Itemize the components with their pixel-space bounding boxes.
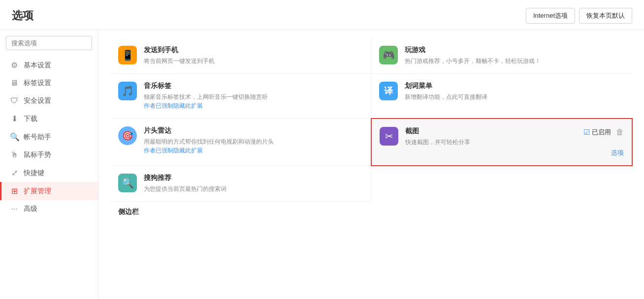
sidebar-item-mouse[interactable]: 🖱 鼠标手势: [0, 146, 98, 164]
page-title: 选项: [12, 8, 33, 23]
ext-name: 音乐标签: [144, 82, 363, 90]
extension-icon: ⊞: [10, 186, 19, 196]
screenshot-icon: ✂: [380, 127, 398, 146]
ext-info: 音乐标签 独家音乐标签技术，上网听音乐一键切换随意听 作者已强制隐藏此扩展: [144, 82, 363, 110]
sidebar-item-security[interactable]: 🛡 安全设置: [0, 92, 98, 110]
ext-item-controls: ☑ 已启用 🗑: [583, 128, 624, 137]
sidebar-item-account[interactable]: 🔍 帐号助手: [0, 128, 98, 146]
ext-desc: 用最聪明的方式帮你找到任何电视剧和动漫的片头 作者已强制隐藏此扩展: [144, 137, 363, 155]
shortcut-icon: ⤢: [10, 168, 19, 178]
hidden-link[interactable]: 作者已强制隐藏此扩展: [144, 102, 203, 109]
translate-icon: 译: [379, 82, 398, 100]
shield-icon: 🛡: [10, 96, 19, 105]
ext-item-play-game: 🎮 玩游戏 热门游戏推荐，小号多开，顺畅不卡，轻松玩游戏！: [371, 38, 632, 74]
ext-info: 发送到手机 将当前网页一键发送到手机: [144, 46, 363, 65]
enabled-label: 已启用: [592, 128, 611, 137]
sidebar-item-advanced[interactable]: ··· 高级: [0, 200, 98, 218]
mouse-icon: 🖱: [10, 150, 19, 159]
main-layout: ⚙ 基本设置 🖥 标签设置 🛡 安全设置 ⬇ 下载 🔍 帐号助手 🖱 鼠标手势 …: [0, 30, 644, 299]
ext-info: 片头雷达 用最聪明的方式帮你找到任何电视剧和动漫的片头 作者已强制隐藏此扩展: [144, 126, 363, 155]
ext-desc: 为您提供当前页最热门的搜索词: [144, 184, 363, 193]
ext-desc: 热门游戏推荐，小号多开，顺畅不卡，轻松玩游戏！: [405, 57, 624, 65]
restore-defaults-button[interactable]: 恢复本页默认: [579, 8, 632, 24]
check-icon: ☑: [583, 128, 590, 137]
send-icon: 📱: [118, 46, 137, 64]
ext-item-screenshot: ✂ 截图 ☑ 已启用 🗑 快速截图，并可轻松分享 选项: [371, 118, 633, 166]
sidebar-item-label: 安全设置: [24, 96, 51, 105]
ext-item-word-select: 译 划词菜单 新增翻译功能，点此可直接翻译: [371, 74, 632, 119]
delete-icon[interactable]: 🗑: [616, 128, 624, 137]
sidebar-item-download[interactable]: ⬇ 下载: [0, 110, 98, 128]
music-icon: 🎵: [118, 82, 137, 100]
ext-name: 划词菜单: [405, 82, 624, 90]
options-link[interactable]: 选项: [405, 149, 624, 157]
game-icon: 🎮: [379, 46, 398, 64]
search-icon: 🔍: [10, 132, 19, 142]
ext-info: 截图 ☑ 已启用 🗑 快速截图，并可轻松分享 选项: [405, 127, 624, 157]
section-title: 侧边栏: [110, 202, 632, 220]
sidebar-item-label: 下载: [24, 115, 37, 123]
header: 选项 Internet选项 恢复本页默认: [0, 0, 644, 30]
ext-name: 玩游戏: [405, 46, 624, 55]
ext-item-piantou-radar: 🎯 片头雷达 用最聪明的方式帮你找到任何电视剧和动漫的片头 作者已强制隐藏此扩展: [110, 119, 371, 166]
search-ext-icon: 🔍: [118, 174, 137, 192]
ext-name: 片头雷达: [144, 126, 363, 135]
ext-info: 玩游戏 热门游戏推荐，小号多开，顺畅不卡，轻松玩游戏！: [405, 46, 624, 65]
ext-name: 搜狗推荐: [144, 174, 363, 182]
sidebar-item-extension[interactable]: ⊞ 扩展管理: [0, 182, 98, 200]
enabled-checkbox[interactable]: ☑ 已启用: [583, 128, 611, 137]
hidden-link[interactable]: 作者已强制隐藏此扩展: [144, 147, 203, 154]
sidebar-item-basic[interactable]: ⚙ 基本设置: [0, 56, 98, 74]
ext-desc: 将当前网页一键发送到手机: [144, 57, 363, 65]
sidebar-item-label: 高级: [24, 205, 37, 213]
header-buttons: Internet选项 恢复本页默认: [526, 8, 632, 24]
sidebar-item-label: 快捷键: [24, 169, 44, 178]
sidebar-item-label: 鼠标手势: [24, 150, 51, 159]
sidebar: ⚙ 基本设置 🖥 标签设置 🛡 安全设置 ⬇ 下载 🔍 帐号助手 🖱 鼠标手势 …: [0, 30, 98, 299]
ext-item-search-recommend: 🔍 搜狗推荐 为您提供当前页最热门的搜索词: [110, 166, 371, 202]
radar-icon: 🎯: [118, 126, 137, 145]
gear-icon: ⚙: [10, 60, 19, 70]
search-box: [6, 36, 92, 50]
ext-name: 发送到手机: [144, 46, 363, 55]
sidebar-item-label: 基本设置: [24, 61, 51, 70]
ext-name: 截图: [405, 127, 419, 136]
sidebar-item-tabs[interactable]: 🖥 标签设置: [0, 74, 98, 92]
internet-options-button[interactable]: Internet选项: [526, 8, 575, 24]
more-icon: ···: [10, 205, 19, 213]
ext-item-music-tag: 🎵 音乐标签 独家音乐标签技术，上网听音乐一键切换随意听 作者已强制隐藏此扩展: [110, 74, 371, 119]
ext-desc: 独家音乐标签技术，上网听音乐一键切换随意听 作者已强制隐藏此扩展: [144, 92, 363, 110]
ext-desc: 新增翻译功能，点此可直接翻译: [405, 92, 624, 101]
sidebar-item-label: 帐号助手: [24, 133, 51, 142]
ext-item-send-to-phone: 📱 发送到手机 将当前网页一键发送到手机: [110, 38, 371, 74]
search-input[interactable]: [6, 36, 92, 50]
content-area: 📱 发送到手机 将当前网页一键发送到手机 🎮 玩游戏 热门游戏推荐，小号多开，顺…: [98, 30, 644, 299]
ext-info: 划词菜单 新增翻译功能，点此可直接翻译: [405, 82, 624, 101]
sidebar-item-shortcut[interactable]: ⤢ 快捷键: [0, 164, 98, 182]
ext-desc: 快速截图，并可轻松分享: [405, 138, 624, 147]
extension-grid: 📱 发送到手机 将当前网页一键发送到手机 🎮 玩游戏 热门游戏推荐，小号多开，顺…: [110, 38, 632, 202]
download-icon: ⬇: [10, 114, 19, 123]
sidebar-item-label: 标签设置: [24, 79, 51, 88]
ext-info: 搜狗推荐 为您提供当前页最热门的搜索词: [144, 174, 363, 193]
monitor-icon: 🖥: [10, 79, 19, 88]
sidebar-item-label: 扩展管理: [24, 187, 51, 196]
